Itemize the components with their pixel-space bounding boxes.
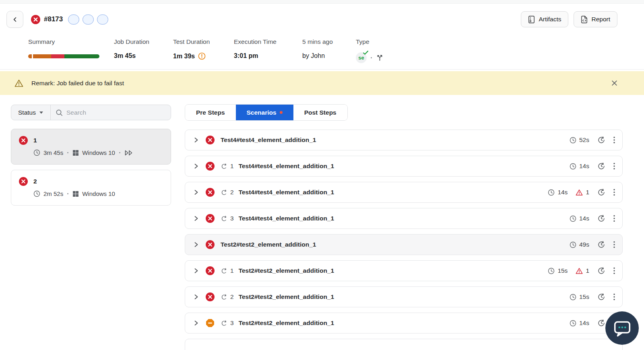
history-icon[interactable] [597, 267, 605, 275]
scenario-row[interactable]: 1 Test4#test4_element_addition_1 14s [185, 156, 623, 177]
failed-status-icon [206, 188, 215, 197]
retry-count: 3 [230, 319, 234, 327]
tab-post-steps[interactable]: Post Steps [293, 105, 347, 120]
scenario-name[interactable]: Test2#test2_element_addition_1 [239, 319, 334, 327]
scenario-name[interactable]: Test2#test2_element_addition_1 [239, 293, 334, 301]
more-options-icon[interactable] [613, 293, 615, 301]
scenario-row-partial [185, 339, 623, 350]
scenario-row[interactable]: 2 Test4#test4_element_addition_1 14s 1 [185, 182, 623, 203]
job-config-badge [68, 14, 79, 25]
more-options-icon[interactable] [613, 136, 615, 144]
retry-count: 2 [230, 293, 234, 301]
scenario-row[interactable]: 2 Test2#test2_element_addition_1 15s [185, 286, 623, 307]
chevron-right-icon[interactable] [194, 137, 199, 143]
scenario-name[interactable]: Test2#test2_element_addition_1 [239, 267, 334, 274]
job-duration: 3m 45s [43, 149, 63, 156]
job-detail-page: #8173 Artifacts Report Summary Job Durat… [0, 0, 644, 350]
failed-status-icon [19, 177, 28, 186]
execution-time-label: Execution Time [234, 38, 277, 45]
chevron-right-icon[interactable] [194, 242, 199, 247]
retry-icon [221, 215, 227, 222]
chevron-right-icon[interactable] [194, 268, 199, 274]
duration-warning-icon [198, 52, 206, 60]
history-icon[interactable] [597, 319, 605, 327]
fork-branch-icon[interactable] [376, 54, 384, 62]
search-box[interactable] [51, 109, 171, 116]
chat-bubble-icon [613, 320, 632, 337]
retry-icon [221, 268, 227, 274]
history-icon[interactable] [597, 162, 605, 170]
retry-count: 3 [230, 215, 234, 222]
more-options-icon[interactable] [613, 215, 615, 222]
code-report-icon [581, 16, 588, 23]
execution-time-column: Execution Time 3:01 pm [234, 38, 277, 60]
progress-segment [64, 54, 99, 58]
scenario-name[interactable]: Test2#test2_element_addition_1 [221, 241, 316, 248]
failed-status-icon [206, 266, 215, 275]
caret-down-icon [39, 111, 43, 114]
clock-icon [570, 163, 576, 170]
chat-widget-button[interactable] [605, 311, 639, 345]
scenario-name[interactable]: Test4#test4_element_addition_1 [239, 189, 334, 196]
chevron-right-icon[interactable] [194, 320, 199, 326]
scenario-name[interactable]: Test4#test4_element_addition_1 [239, 163, 334, 170]
triggered-column: 5 mins ago by John [302, 38, 333, 60]
scenario-name[interactable]: Test4#test4_element_addition_1 [221, 136, 316, 144]
artifacts-label: Artifacts [539, 16, 561, 23]
triggered-by-value: by John [302, 52, 333, 60]
report-label: Report [591, 16, 610, 23]
scenario-row[interactable]: 3 Test2#test2_element_addition_1 14s [185, 313, 623, 334]
failed-status-icon [206, 292, 215, 301]
history-icon[interactable] [597, 214, 605, 222]
type-column: Type se [356, 38, 384, 63]
scenario-row[interactable]: 1 Test2#test2_element_addition_1 15s 1 [185, 260, 623, 281]
window-top-edge [0, 0, 644, 4]
history-icon[interactable] [597, 188, 605, 196]
more-options-icon[interactable] [613, 163, 615, 170]
search-input[interactable] [66, 109, 166, 116]
artifacts-button[interactable]: Artifacts [521, 11, 568, 27]
status-filter-dropdown[interactable]: Status [11, 105, 50, 120]
status-filter-label: Status [18, 109, 36, 116]
chevron-right-icon[interactable] [194, 216, 199, 221]
warning-count: 1 [586, 189, 589, 196]
dot-separator [67, 152, 68, 153]
scenario-row[interactable]: Test4#test4_element_addition_1 52s [185, 130, 623, 150]
chevron-right-icon[interactable] [194, 163, 199, 169]
retry-icon [221, 189, 227, 196]
more-options-icon[interactable] [613, 267, 615, 274]
job-duration: 2m 52s [43, 190, 63, 197]
scenario-duration: 14s [557, 189, 568, 196]
job-duration-column: Job Duration 3m 45s [114, 38, 149, 60]
test-duration-column: Test Duration 1m 39s [173, 38, 210, 60]
retry-count: 1 [230, 163, 234, 170]
summary-column: Summary [28, 38, 99, 58]
job-card[interactable]: 2 2m 52s Windows 10 [11, 170, 171, 206]
history-icon[interactable] [597, 136, 605, 144]
windows-icon [72, 191, 79, 197]
more-options-icon[interactable] [613, 241, 615, 248]
back-button[interactable] [6, 11, 23, 28]
scenario-name[interactable]: Test4#test4_element_addition_1 [239, 215, 334, 222]
retry-icon [221, 320, 227, 327]
scenario-row[interactable]: 3 Test4#test4_element_addition_1 14s [185, 208, 623, 229]
scenario-duration: 14s [579, 163, 589, 170]
banner-close-button[interactable] [610, 78, 619, 88]
chevron-right-icon[interactable] [194, 294, 199, 300]
header: #8173 Artifacts Report [6, 11, 617, 28]
clock-icon [570, 137, 576, 144]
job-card[interactable]: 1 3m 45s Windows 10 [11, 129, 171, 165]
chevron-right-icon[interactable] [194, 189, 199, 195]
clock-icon [548, 268, 555, 274]
scenario-row[interactable]: Test2#test2_element_addition_1 49s [185, 234, 623, 255]
report-button[interactable]: Report [574, 11, 617, 27]
tab-scenarios[interactable]: Scenarios [236, 105, 293, 120]
more-options-icon[interactable] [613, 189, 615, 196]
tab-pre-steps[interactable]: Pre Steps [185, 105, 236, 120]
history-icon[interactable] [597, 241, 605, 249]
clock-icon [33, 149, 40, 156]
retry-count: 2 [230, 189, 234, 196]
summary-label: Summary [28, 38, 99, 45]
type-label: Type [356, 38, 384, 45]
history-icon[interactable] [597, 293, 605, 301]
